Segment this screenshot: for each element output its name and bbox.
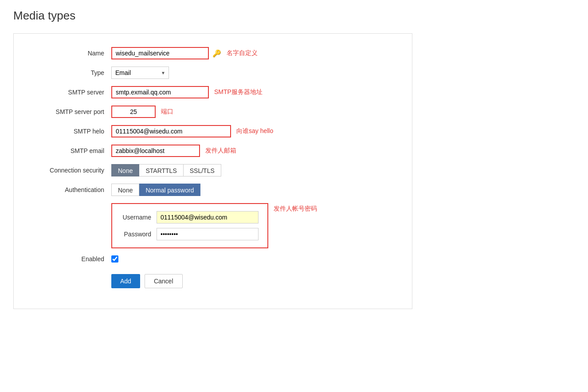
smtp-server-control-area: SMTP服务器地址 xyxy=(111,86,403,98)
name-control-area: 🔑 名字自定义 xyxy=(111,47,403,59)
smtp-port-annotation: 端口 xyxy=(161,108,173,116)
authentication-btngroup: None Normal password xyxy=(111,184,200,196)
smtp-helo-label: SMTP helo xyxy=(23,128,111,135)
authentication-label: Authentication xyxy=(23,186,111,193)
page-title: Media types xyxy=(13,9,575,23)
smtp-helo-annotation: 向谁say hello xyxy=(236,127,273,135)
smtp-port-input[interactable] xyxy=(111,106,156,118)
conn-sec-ssltls-button[interactable]: SSL/TLS xyxy=(184,164,221,176)
action-buttons-row: Add Cancel xyxy=(23,270,403,288)
connection-security-label: Connection security xyxy=(23,167,111,174)
add-button[interactable]: Add xyxy=(111,274,140,288)
password-label: Password xyxy=(121,231,157,238)
cancel-button[interactable]: Cancel xyxy=(145,274,183,288)
type-select[interactable]: Email SMS Script Jabber Ez Texting xyxy=(111,67,169,79)
smtp-helo-control-area: 向谁say hello xyxy=(111,125,403,137)
name-input[interactable] xyxy=(111,47,209,59)
enabled-control-area xyxy=(111,255,403,263)
connection-security-row: Connection security None STARTTLS SSL/TL… xyxy=(23,164,403,176)
smtp-server-label: SMTP server xyxy=(23,89,111,96)
type-control-area: Email SMS Script Jabber Ez Texting ▼ xyxy=(111,67,403,79)
smtp-email-label: SMTP email xyxy=(23,147,111,154)
auth-normal-password-button[interactable]: Normal password xyxy=(139,184,200,196)
enabled-row: Enabled xyxy=(23,255,403,263)
username-input[interactable] xyxy=(157,211,259,223)
type-select-wrapper: Email SMS Script Jabber Ez Texting ▼ xyxy=(111,67,169,79)
name-label: Name xyxy=(23,50,111,57)
smtp-port-label: SMTP server port xyxy=(23,108,111,115)
username-row: Username xyxy=(121,211,259,223)
auth-none-button[interactable]: None xyxy=(111,184,139,196)
authentication-control-area: None Normal password xyxy=(111,184,403,196)
action-buttons-area: Add Cancel xyxy=(111,270,403,288)
smtp-server-input[interactable] xyxy=(111,86,209,98)
smtp-port-control-area: 端口 xyxy=(111,106,403,118)
page-container: Media types Name 🔑 名字自定义 Type Email SMS xyxy=(0,0,588,392)
enabled-checkbox[interactable] xyxy=(111,255,118,263)
smtp-email-row: SMTP email 发件人邮箱 xyxy=(23,145,403,157)
credentials-box: Username Password xyxy=(111,203,268,248)
type-label: Type xyxy=(23,69,111,76)
smtp-server-row: SMTP server SMTP服务器地址 xyxy=(23,86,403,98)
password-input[interactable] xyxy=(157,228,259,240)
type-row: Type Email SMS Script Jabber Ez Texting … xyxy=(23,67,403,79)
username-label: Username xyxy=(121,214,157,221)
conn-sec-none-button[interactable]: None xyxy=(111,164,139,176)
form-wrapper: Name 🔑 名字自定义 Type Email SMS Script Jabbe… xyxy=(13,33,412,309)
enabled-label: Enabled xyxy=(23,255,111,263)
name-input-wrapper: 🔑 xyxy=(111,47,221,59)
smtp-port-row: SMTP server port 端口 xyxy=(23,106,403,118)
key-icon: 🔑 xyxy=(212,49,221,58)
name-row: Name 🔑 名字自定义 xyxy=(23,47,403,59)
credentials-row: Username Password 发件人帐号密码 xyxy=(23,203,403,248)
credentials-control-area: Username Password 发件人帐号密码 xyxy=(111,203,403,248)
smtp-email-annotation: 发件人邮箱 xyxy=(205,147,236,155)
authentication-row: Authentication None Normal password xyxy=(23,184,403,196)
conn-sec-starttls-button[interactable]: STARTTLS xyxy=(139,164,183,176)
smtp-email-input[interactable] xyxy=(111,145,200,157)
name-annotation: 名字自定义 xyxy=(227,49,258,57)
action-buttons: Add Cancel xyxy=(111,274,183,288)
connection-security-btngroup: None STARTTLS SSL/TLS xyxy=(111,164,221,176)
connection-security-control-area: None STARTTLS SSL/TLS xyxy=(111,164,403,176)
smtp-email-control-area: 发件人邮箱 xyxy=(111,145,403,157)
smtp-helo-row: SMTP helo 向谁say hello xyxy=(23,125,403,137)
smtp-helo-input[interactable] xyxy=(111,125,231,137)
smtp-server-annotation: SMTP服务器地址 xyxy=(214,88,263,96)
enabled-checkbox-wrapper xyxy=(111,255,118,263)
credentials-annotation: 发件人帐号密码 xyxy=(274,205,317,213)
password-row: Password xyxy=(121,228,259,240)
